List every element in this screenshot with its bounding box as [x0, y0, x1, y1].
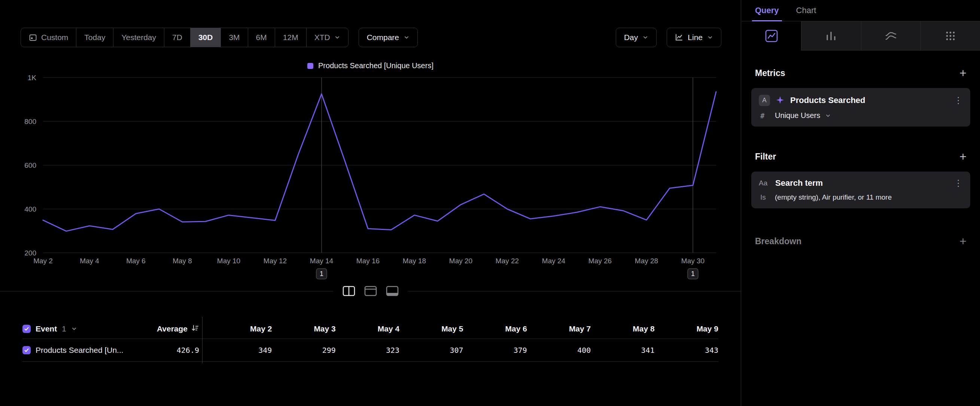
- chart-type-stacked-tab[interactable]: [861, 21, 921, 51]
- range-3m-button[interactable]: 3M: [221, 28, 247, 47]
- select-all-checkbox[interactable]: [22, 325, 31, 333]
- filter-card[interactable]: Aa Search term ⋮ Is (empty string), Air …: [751, 172, 970, 208]
- event-column-label: Event: [35, 324, 57, 333]
- line-chart-icon: [675, 33, 683, 41]
- value-may3: 299: [272, 346, 336, 355]
- column-header-may8[interactable]: May 8: [591, 324, 654, 333]
- breakdown-heading: Breakdown: [755, 236, 802, 247]
- range-label: 3M: [229, 33, 240, 42]
- average-column-label: Average: [157, 324, 188, 333]
- granularity-dropdown[interactable]: Day: [616, 28, 657, 47]
- column-header-may4[interactable]: May 4: [336, 324, 399, 333]
- svg-text:May 24: May 24: [542, 257, 566, 265]
- check-icon: [24, 326, 30, 332]
- range-7d-button[interactable]: 7D: [164, 28, 190, 47]
- column-header-may6[interactable]: May 6: [463, 324, 527, 333]
- compare-button[interactable]: Compare: [359, 28, 418, 47]
- filter-heading: Filter: [755, 152, 776, 162]
- granularity-label: Day: [624, 33, 638, 42]
- range-today-button[interactable]: Today: [76, 28, 113, 47]
- range-xtd-button[interactable]: XTD: [306, 28, 348, 47]
- breakdown-section: Breakdown +: [751, 235, 970, 247]
- metric-menu-button[interactable]: ⋮: [954, 96, 963, 105]
- report-main-panel: Custom Today Yesterday 7D 30D 3M 6M 12M …: [0, 0, 741, 406]
- series-name-cell[interactable]: Products Searched [Un...: [22, 346, 150, 355]
- legend-swatch: [307, 63, 313, 69]
- svg-text:May 12: May 12: [264, 257, 287, 265]
- legend-label: Products Searched [Unique Users]: [318, 61, 433, 70]
- chart-type-tab-bar: [741, 21, 980, 51]
- range-label: 7D: [172, 33, 182, 42]
- range-label: 30D: [198, 33, 213, 42]
- column-header-may2[interactable]: May 2: [208, 324, 272, 333]
- layout-table-only-icon: [386, 286, 399, 296]
- column-header-may7[interactable]: May 7: [527, 324, 591, 333]
- metric-letter-badge: A: [759, 95, 770, 106]
- metrics-heading: Metrics: [755, 68, 785, 78]
- tab-query[interactable]: Query: [755, 0, 779, 21]
- calendar-icon: [29, 33, 37, 41]
- value-may9: 343: [655, 346, 718, 355]
- range-30d-button[interactable]: 30D: [190, 28, 221, 47]
- svg-text:May 22: May 22: [496, 257, 519, 265]
- insights-line-icon: [765, 29, 778, 43]
- add-filter-button[interactable]: +: [959, 151, 967, 162]
- chart-legend[interactable]: Products Searched [Unique Users]: [0, 61, 741, 70]
- tab-chart[interactable]: Chart: [796, 0, 816, 21]
- chevron-down-icon: [642, 35, 648, 40]
- svg-text:May 2: May 2: [33, 257, 53, 265]
- column-header-may5[interactable]: May 5: [399, 324, 463, 333]
- metric-card[interactable]: A Products Searched ⋮ # Unique Users: [751, 88, 970, 127]
- filter-menu-button[interactable]: ⋮: [954, 179, 963, 188]
- add-metric-button[interactable]: +: [959, 67, 967, 79]
- tab-label: Chart: [796, 6, 816, 15]
- average-value: 426.9: [150, 346, 199, 355]
- chart-type-dropdown[interactable]: Line: [667, 28, 721, 47]
- svg-text:400: 400: [24, 205, 36, 213]
- series-name: Products Searched [Un...: [35, 346, 124, 355]
- series-checkbox[interactable]: [22, 346, 31, 354]
- svg-text:1K: 1K: [28, 74, 37, 82]
- range-yesterday-button[interactable]: Yesterday: [113, 28, 164, 47]
- filter-condition[interactable]: Is (empty string), Air purifier, or 11 m…: [759, 193, 963, 202]
- value-may7: 400: [527, 346, 591, 355]
- svg-text:800: 800: [24, 118, 36, 126]
- event-header[interactable]: Event 1: [22, 324, 150, 333]
- chart-type-metric-tab[interactable]: [921, 21, 980, 51]
- chart-type-label: Line: [688, 33, 703, 42]
- chart-type-bar-tab[interactable]: [801, 21, 861, 51]
- svg-text:600: 600: [24, 161, 36, 169]
- date-range-selector: Custom Today Yesterday 7D 30D 3M 6M 12M …: [21, 28, 348, 47]
- layout-chart-only-button[interactable]: [361, 282, 380, 299]
- aggregation-selector[interactable]: # Unique Users: [759, 111, 963, 120]
- custom-range-label: Custom: [41, 33, 68, 42]
- range-12m-button[interactable]: 12M: [275, 28, 306, 47]
- svg-text:1: 1: [320, 270, 323, 277]
- table-row[interactable]: Products Searched [Un... 426.9 349 299 3…: [22, 339, 718, 362]
- metric-name[interactable]: Products Searched: [790, 96, 948, 105]
- layout-table-only-button[interactable]: [383, 282, 402, 299]
- chart-type-line-tab[interactable]: [741, 21, 801, 51]
- layout-split-icon: [342, 286, 355, 296]
- layout-chart-only-icon: [364, 286, 377, 296]
- range-label: Yesterday: [121, 33, 156, 42]
- range-6m-button[interactable]: 6M: [248, 28, 275, 47]
- add-breakdown-button[interactable]: +: [959, 235, 967, 247]
- event-count: 1: [62, 324, 66, 333]
- range-label: XTD: [315, 33, 330, 42]
- layout-split-button[interactable]: [339, 282, 359, 299]
- sidebar-tab-bar: Query Chart: [741, 0, 980, 21]
- svg-text:May 14: May 14: [310, 257, 334, 265]
- custom-range-button[interactable]: Custom: [21, 28, 76, 47]
- event-sparkle-icon: [775, 96, 785, 105]
- column-header-may3[interactable]: May 3: [272, 324, 336, 333]
- chevron-down-icon: [334, 35, 340, 40]
- column-header-may9[interactable]: May 9: [655, 324, 718, 333]
- line-chart: 2004006008001KMay 2May 4May 6May 8May 10…: [0, 71, 741, 283]
- filter-property-name[interactable]: Search term: [775, 178, 948, 188]
- filter-section: Filter + Aa Search term ⋮ Is (empty stri…: [751, 151, 970, 208]
- metrics-section: Metrics + A Products Searched ⋮ # Unique…: [751, 67, 970, 127]
- svg-text:May 4: May 4: [80, 257, 99, 265]
- average-header[interactable]: Average: [150, 324, 199, 334]
- svg-text:May 16: May 16: [356, 257, 380, 265]
